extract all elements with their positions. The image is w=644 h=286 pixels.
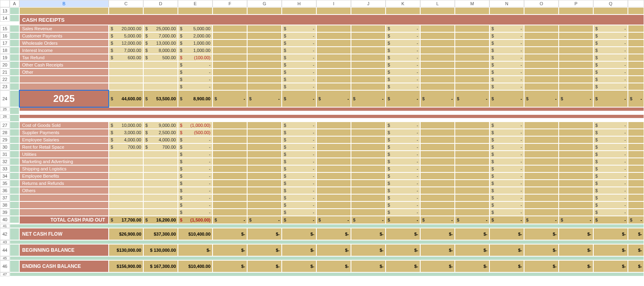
cell[interactable] xyxy=(143,201,178,209)
summary-value[interactable]: $- xyxy=(247,244,282,256)
cell[interactable] xyxy=(213,165,247,172)
cell[interactable] xyxy=(247,122,282,129)
cell[interactable] xyxy=(489,7,524,15)
money-cell[interactable]: $- xyxy=(593,209,628,216)
money-cell[interactable]: $- xyxy=(593,201,628,209)
money-cell[interactable]: $- xyxy=(489,172,524,180)
row-header[interactable]: 28 xyxy=(0,129,10,136)
money-cell[interactable]: $- xyxy=(282,180,316,187)
money-cell[interactable]: $- xyxy=(178,158,213,165)
cell[interactable] xyxy=(628,47,644,54)
cell[interactable] xyxy=(628,7,644,15)
column-header[interactable]: F xyxy=(213,0,247,7)
money-cell[interactable]: $25,000.00 xyxy=(143,25,178,32)
cell[interactable] xyxy=(316,61,351,68)
summary-value[interactable]: $- xyxy=(351,260,386,272)
cell[interactable] xyxy=(559,39,593,47)
money-cell[interactable]: $- xyxy=(247,216,282,224)
cell[interactable] xyxy=(455,194,489,201)
money-cell[interactable]: $600.00 xyxy=(109,54,143,61)
cell[interactable] xyxy=(143,68,178,76)
money-cell[interactable]: $12,000.00 xyxy=(109,39,143,47)
money-cell[interactable]: $- xyxy=(593,187,628,194)
cell[interactable] xyxy=(524,143,559,151)
cell[interactable] xyxy=(213,194,247,201)
money-cell[interactable]: $- xyxy=(386,90,420,107)
cell[interactable] xyxy=(247,47,282,54)
summary-value[interactable]: $- xyxy=(524,228,559,240)
cell[interactable] xyxy=(420,151,455,158)
cell[interactable] xyxy=(351,209,386,216)
column-header[interactable]: Q xyxy=(593,0,628,7)
money-cell[interactable]: $16,200.00 xyxy=(143,216,178,224)
cell[interactable] xyxy=(524,61,559,68)
row-header[interactable]: 25 xyxy=(0,107,10,111)
money-cell[interactable]: $- xyxy=(178,143,213,151)
cell[interactable] xyxy=(247,209,282,216)
money-cell[interactable]: $- xyxy=(455,90,489,107)
money-cell[interactable]: $- xyxy=(386,143,420,151)
money-cell[interactable]: $- xyxy=(282,158,316,165)
summary-value[interactable]: $- xyxy=(455,244,489,256)
column-header[interactable]: L xyxy=(420,0,455,7)
cell[interactable] xyxy=(109,187,143,194)
editing-cell[interactable]: B112025 xyxy=(19,90,109,107)
cell[interactable] xyxy=(247,158,282,165)
cell[interactable] xyxy=(109,7,143,15)
cell[interactable] xyxy=(109,209,143,216)
cell[interactable] xyxy=(420,122,455,129)
cell[interactable] xyxy=(524,39,559,47)
cell[interactable] xyxy=(351,201,386,209)
cell[interactable] xyxy=(455,122,489,129)
row-header[interactable]: 30 xyxy=(0,143,10,151)
money-cell[interactable]: $- xyxy=(559,90,593,107)
money-cell[interactable]: $7,000.00 xyxy=(143,32,178,39)
money-cell[interactable]: $- xyxy=(489,76,524,83)
cell[interactable] xyxy=(316,165,351,172)
line-label[interactable] xyxy=(19,83,109,90)
money-cell[interactable]: $- xyxy=(593,151,628,158)
money-cell[interactable]: $- xyxy=(593,180,628,187)
row-header[interactable]: 40 xyxy=(0,216,10,223)
summary-value[interactable]: $- xyxy=(628,228,644,240)
money-cell[interactable]: $- xyxy=(282,143,316,151)
money-cell[interactable]: $- xyxy=(386,180,420,187)
cell[interactable] xyxy=(420,39,455,47)
summary-value[interactable]: $- xyxy=(628,260,644,272)
money-cell[interactable]: $- xyxy=(524,216,559,224)
cell[interactable] xyxy=(143,209,178,216)
line-label[interactable]: Sales Revenue xyxy=(19,25,109,32)
cell[interactable] xyxy=(143,194,178,201)
money-cell[interactable]: $- xyxy=(178,151,213,158)
cell[interactable] xyxy=(316,83,351,90)
cell[interactable] xyxy=(143,61,178,68)
money-cell[interactable]: $- xyxy=(489,158,524,165)
money-cell[interactable]: $5,000.00 xyxy=(109,32,143,39)
summary-value[interactable]: $- xyxy=(386,244,420,256)
cell[interactable] xyxy=(628,25,644,32)
cell[interactable] xyxy=(524,209,559,216)
row-header[interactable]: 37 xyxy=(0,194,10,201)
summary-value[interactable]: $- xyxy=(386,228,420,240)
cell[interactable] xyxy=(109,76,143,83)
money-cell[interactable]: $- xyxy=(593,68,628,76)
cell[interactable] xyxy=(455,172,489,180)
row-header[interactable]: 38 xyxy=(0,201,10,209)
summary-value[interactable]: $- xyxy=(213,260,247,272)
column-header[interactable]: K xyxy=(386,0,420,7)
cell[interactable] xyxy=(316,172,351,180)
money-cell[interactable]: $- xyxy=(282,209,316,216)
summary-value[interactable]: $- xyxy=(213,228,247,240)
cell[interactable] xyxy=(247,25,282,32)
money-cell[interactable]: $- xyxy=(282,187,316,194)
cell[interactable] xyxy=(213,32,247,39)
money-cell[interactable]: $- xyxy=(282,136,316,143)
cell[interactable] xyxy=(524,54,559,61)
line-label[interactable]: Utilities xyxy=(19,151,109,158)
cell[interactable] xyxy=(455,25,489,32)
cell[interactable] xyxy=(455,187,489,194)
cell[interactable] xyxy=(316,25,351,32)
money-cell[interactable]: $- xyxy=(489,68,524,76)
cell[interactable] xyxy=(524,187,559,194)
line-label[interactable] xyxy=(19,194,109,201)
